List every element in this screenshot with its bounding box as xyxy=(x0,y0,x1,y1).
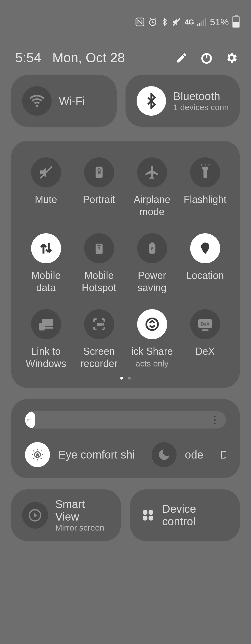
page-indicator[interactable] xyxy=(19,377,232,380)
svg-point-21 xyxy=(204,245,207,248)
device-control-tile[interactable]: Device control xyxy=(130,489,240,541)
eye-comfort-toggle[interactable]: A xyxy=(25,442,50,467)
brightness-slider[interactable]: ⋮ xyxy=(25,410,226,430)
svg-line-38 xyxy=(41,450,42,451)
smart-view-tile[interactable]: Smart View Mirror screen xyxy=(11,489,121,541)
smart-view-sub: Mirror screen xyxy=(55,523,110,532)
device-control-icon xyxy=(141,508,155,522)
svg-line-16 xyxy=(209,164,209,165)
qs-label: Screen recorder xyxy=(80,345,117,370)
clock-date: Mon, Oct 28 xyxy=(52,50,164,65)
svg-point-18 xyxy=(98,248,100,250)
qs-label: Mobile data xyxy=(31,269,61,294)
qs-label: DeX xyxy=(195,345,215,370)
qs-label: Location xyxy=(186,269,224,294)
svg-rect-46 xyxy=(149,516,153,521)
svg-line-37 xyxy=(33,458,34,459)
bluetooth-tile[interactable]: Bluetooth 1 devices conn xyxy=(126,75,240,127)
record-icon xyxy=(84,309,114,339)
qs-mobile-data[interactable]: Mobile data xyxy=(19,233,72,294)
svg-rect-6 xyxy=(203,20,204,26)
bluetooth-icon xyxy=(137,86,166,116)
qs-label: Portrait xyxy=(83,194,115,218)
svg-rect-45 xyxy=(143,516,147,521)
svg-rect-5 xyxy=(201,21,202,26)
hotspot-icon xyxy=(84,233,114,263)
power-button[interactable] xyxy=(200,51,214,65)
mute-icon xyxy=(31,157,61,187)
edit-button[interactable] xyxy=(175,51,189,65)
alarm-icon xyxy=(148,17,157,27)
svg-rect-44 xyxy=(149,510,153,515)
smart-view-icon xyxy=(22,502,48,529)
svg-line-35 xyxy=(33,450,34,451)
qs-label: Flashlight xyxy=(184,194,226,218)
arrows-icon xyxy=(31,233,61,263)
battery-percent: 51% xyxy=(210,17,229,28)
svg-rect-25 xyxy=(97,323,102,326)
network-type: 4G xyxy=(185,18,194,26)
lock-rotate-icon xyxy=(84,157,114,187)
smart-view-label: Smart View xyxy=(55,498,110,523)
quick-settings-panel: MutePortraitAirplane modeFlashlightMobil… xyxy=(11,141,240,388)
qs-label: Power saving xyxy=(137,269,166,294)
qs-quick-share[interactable]: ick Shareacts only xyxy=(126,309,179,370)
svg-point-10 xyxy=(36,105,38,107)
qs-location[interactable]: Location xyxy=(179,233,232,294)
qs-label: ick Shareacts only xyxy=(131,345,173,370)
qs-label: Link to Windows xyxy=(26,345,66,370)
qs-label: Airplane mode xyxy=(134,194,170,218)
qs-airplane[interactable]: Airplane mode xyxy=(126,157,179,218)
svg-rect-43 xyxy=(143,510,147,515)
svg-line-14 xyxy=(201,164,202,165)
qs-link-windows[interactable]: Link to Windows xyxy=(19,309,72,370)
dark-mode-toggle[interactable] xyxy=(152,442,177,467)
svg-rect-3 xyxy=(197,24,198,26)
share-icon xyxy=(137,309,167,339)
qs-flashlight[interactable]: Flashlight xyxy=(179,157,232,218)
bluetooth-label: Bluetooth xyxy=(173,90,229,103)
svg-rect-20 xyxy=(150,242,154,244)
battery-icon xyxy=(232,16,240,28)
qs-screen-recorder[interactable]: Screen recorder xyxy=(72,309,126,370)
airplane-icon xyxy=(137,157,167,187)
svg-text:A: A xyxy=(36,453,39,457)
bluetooth-status-icon xyxy=(161,17,169,27)
pin-icon xyxy=(190,233,220,263)
svg-rect-7 xyxy=(205,18,206,26)
brightness-panel: ⋮ A Eye comfort shi ode D xyxy=(11,399,240,478)
header: 5:54 Mon, Oct 28 xyxy=(0,39,251,75)
qs-dex[interactable]: DeXDeX xyxy=(179,309,232,370)
brightness-more-icon[interactable]: ⋮ xyxy=(210,414,219,426)
svg-rect-4 xyxy=(199,23,200,26)
qs-label: Mute xyxy=(35,194,57,218)
wifi-tile[interactable]: Wi-Fi xyxy=(11,75,117,127)
settings-button[interactable] xyxy=(225,51,239,65)
nfc-icon xyxy=(135,17,145,27)
battery-leaf-icon xyxy=(137,233,167,263)
signal-icon xyxy=(197,18,207,26)
status-bar: 4G 51% xyxy=(0,0,251,39)
svg-rect-13 xyxy=(97,171,100,174)
svg-text:DeX: DeX xyxy=(201,321,210,326)
bluetooth-sub: 1 devices conn xyxy=(173,103,229,112)
svg-point-42 xyxy=(34,509,36,511)
dark-mode-label: ode xyxy=(185,449,204,461)
wifi-label: Wi-Fi xyxy=(59,95,85,107)
svg-line-36 xyxy=(41,458,42,459)
wifi-icon xyxy=(22,86,52,116)
mute-status-icon xyxy=(172,17,181,27)
qs-label: Mobile Hotspot xyxy=(82,269,116,294)
svg-rect-23 xyxy=(39,323,45,331)
flashlight-icon xyxy=(190,157,220,187)
device-control-label: Device control xyxy=(162,503,229,528)
qs-portrait[interactable]: Portrait xyxy=(72,157,126,218)
qs-power-saving[interactable]: Power saving xyxy=(126,233,179,294)
qs-mobile-hotspot[interactable]: Mobile Hotspot xyxy=(72,233,126,294)
devices-icon xyxy=(31,309,61,339)
svg-marker-41 xyxy=(34,513,38,518)
dark-mode-trailing: D xyxy=(220,449,226,461)
qs-mute[interactable]: Mute xyxy=(19,157,72,218)
eye-comfort-label: Eye comfort shi xyxy=(58,449,135,461)
dex-icon: DeX xyxy=(190,309,220,339)
